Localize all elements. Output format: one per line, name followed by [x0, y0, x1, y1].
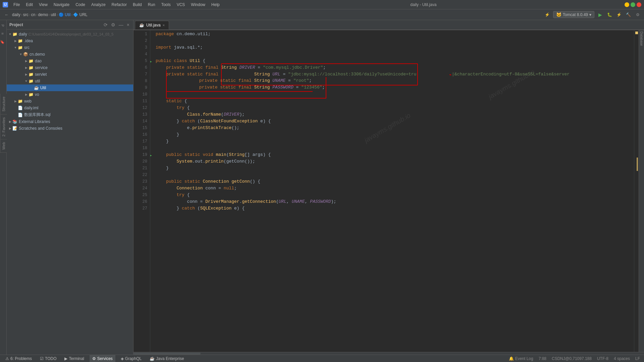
problems-label: 6: Problems	[10, 356, 32, 361]
breadcrumb-cn[interactable]: cn	[31, 12, 36, 17]
gutter-warning-indicator	[635, 32, 638, 34]
menu-code[interactable]: Code	[73, 2, 88, 8]
status-tab-problems[interactable]: ⚠ 6: Problems	[3, 355, 35, 362]
status-tab-todo[interactable]: ☑ TODO	[37, 355, 59, 362]
tree-item-cndemo[interactable]: ▼ 📦 cn.demo	[7, 51, 133, 58]
expand-arrow-cndemo[interactable]: ▼	[19, 52, 23, 56]
menu-analyze[interactable]: Analyze	[89, 2, 108, 8]
expand-arrow-dao[interactable]: ▶	[24, 59, 28, 63]
run-config-selector[interactable]: 🐱 Tomcat 8.0.49 ▾	[553, 11, 594, 18]
tree-item-web[interactable]: ▶ 📁 web	[7, 98, 133, 105]
tree-item-sql[interactable]: 📄 数据库脚本.sql	[7, 111, 133, 118]
tree-item-src[interactable]: ▼ 📁 src	[7, 44, 133, 51]
status-tab-terminal[interactable]: ▶ Terminal	[62, 355, 87, 362]
status-column[interactable]: CSDNJ@0,71097.188	[550, 356, 593, 361]
minimize-button[interactable]: ─	[625, 2, 629, 7]
bookmarks-icon[interactable]: 🔖	[1, 39, 6, 44]
tree-item-service[interactable]: ▶ 📁 service	[7, 64, 133, 71]
code-line-27: } catch (SQLException e) {	[156, 205, 634, 212]
expand-arrow-daily[interactable]: ▼	[8, 32, 12, 36]
settings-btn[interactable]: ⚙	[110, 22, 116, 28]
settings-button[interactable]: ⚙	[634, 11, 641, 18]
expand-arrow-util[interactable]: ▼	[24, 79, 28, 83]
menu-tools[interactable]: Tools	[159, 2, 173, 8]
breadcrumb-src[interactable]: src	[23, 12, 29, 17]
structure-icon[interactable]: ≡	[1, 31, 6, 36]
expand-arrow-web[interactable]: ▶	[13, 99, 17, 103]
tree-item-util-class[interactable]: ☕ Util	[7, 84, 133, 91]
debug-button[interactable]: 🐛	[606, 11, 613, 18]
coverage-button[interactable]: ⚡	[615, 11, 623, 18]
expand-arrow-service[interactable]: ▶	[24, 66, 28, 70]
tab-close-btn[interactable]: ×	[163, 23, 165, 27]
line-num-10: 10	[133, 91, 147, 98]
status-line-sep[interactable]: LF	[634, 356, 641, 361]
breadcrumb-utilclass[interactable]: 🔵 Util	[59, 12, 71, 17]
tree-item-vo[interactable]: ▶ 📁 vo	[7, 91, 133, 98]
tree-item-scratches[interactable]: ▶ 📝 Scratches and Consoles	[7, 125, 133, 132]
tree-label-src: src	[24, 45, 30, 50]
close-panel-btn[interactable]: ×	[126, 22, 130, 28]
code-line-4	[156, 51, 634, 58]
expand-arrow-servlet[interactable]: ▶	[24, 72, 28, 76]
expand-arrow-idea[interactable]: ▶	[13, 39, 17, 43]
z-favorites-tab[interactable]: 2: Favorites	[0, 115, 7, 139]
menu-edit[interactable]: Edit	[23, 2, 36, 8]
line-num-16: 16	[133, 131, 147, 138]
code-line-13: Class.forName(DRIVER);	[156, 111, 634, 118]
status-tab-javaee[interactable]: ☕ Java Enterprise	[147, 355, 186, 362]
tree-item-servlet[interactable]: ▶ 📁 servlet	[7, 71, 133, 78]
web-tab[interactable]: Web	[0, 139, 7, 153]
menu-file[interactable]: File	[11, 2, 22, 8]
menu-view[interactable]: View	[36, 2, 50, 8]
project-icon[interactable]: P	[1, 23, 6, 28]
status-tab-services[interactable]: ⚙ Services	[90, 355, 115, 362]
nav-back[interactable]: ←	[3, 11, 11, 18]
todo-icon: ☑	[40, 356, 44, 361]
tree-label-cndemo: cn.demo	[30, 52, 45, 57]
sync-btn[interactable]: ⟳	[103, 22, 109, 28]
structure-tab[interactable]: Structure	[0, 94, 7, 115]
breadcrumb-daily[interactable]: daily	[12, 12, 20, 17]
status-indent[interactable]: 4 spaces	[612, 356, 631, 361]
menu-window[interactable]: Window	[188, 2, 208, 8]
editor-content: javayms.github.io javayms.github.io 1 2 …	[133, 30, 644, 352]
code-line-14: } catch (ClassNotFoundException e) {	[156, 118, 634, 125]
menu-help[interactable]: Help	[209, 2, 222, 8]
tree-label-util: util	[35, 79, 40, 83]
menu-navigate[interactable]: Navigate	[51, 2, 72, 8]
menu-refactor[interactable]: Refactor	[109, 2, 129, 8]
breadcrumb-util[interactable]: util	[51, 12, 56, 17]
build-button[interactable]: 🔨	[625, 11, 632, 18]
horizontal-scrollbar[interactable]	[133, 352, 644, 355]
database-panel-icon[interactable]: Database	[640, 32, 643, 46]
tree-label-scratches: Scratches and Consoles	[19, 126, 62, 131]
run-button[interactable]: ▶	[596, 11, 604, 18]
expand-arrow-scratches[interactable]: ▶	[8, 126, 12, 130]
menu-vcs[interactable]: VCS	[174, 2, 188, 8]
maximize-button[interactable]: □	[631, 2, 635, 7]
status-position[interactable]: 7:88	[537, 356, 548, 361]
tree-item-iml[interactable]: 📄 daily.iml	[7, 105, 133, 111]
expand-arrow-vo[interactable]: ▶	[24, 93, 28, 97]
breadcrumb-demo[interactable]: demo	[38, 12, 48, 17]
tree-item-util[interactable]: ▼ 📁 util	[7, 78, 133, 84]
tree-item-dao[interactable]: ▶ 📁 dao	[7, 58, 133, 64]
breadcrumb-url[interactable]: 🔷 URL	[73, 12, 87, 17]
tree-label-dao: dao	[35, 59, 42, 63]
collapse-btn[interactable]: —	[118, 22, 124, 28]
status-tab-graphql[interactable]: ◈ GraphQL	[118, 355, 144, 362]
tab-util-java[interactable]: ☕ Util.java ×	[135, 21, 169, 29]
code-area[interactable]: package cn.demo.util; import java.sql.*;…	[150, 30, 634, 352]
tree-item-idea[interactable]: ▶ 📁 .idea	[7, 38, 133, 44]
tree-item-external[interactable]: ▶ 📚 External Libraries	[7, 118, 133, 125]
nav-forward[interactable]: ⚡	[544, 11, 551, 18]
expand-arrow-src[interactable]: ▼	[13, 46, 17, 50]
menu-run[interactable]: Run	[145, 2, 158, 8]
tree-item-daily[interactable]: ▼ 📁 daily C:\Users\51414\Desktop\project…	[7, 31, 133, 38]
expand-arrow-external[interactable]: ▶	[8, 120, 12, 124]
close-button[interactable]: ×	[637, 2, 641, 7]
status-encoding[interactable]: UTF-8	[596, 356, 610, 361]
menu-build[interactable]: Build	[130, 2, 145, 8]
status-event-log[interactable]: 🔔 Event Log	[507, 356, 534, 361]
